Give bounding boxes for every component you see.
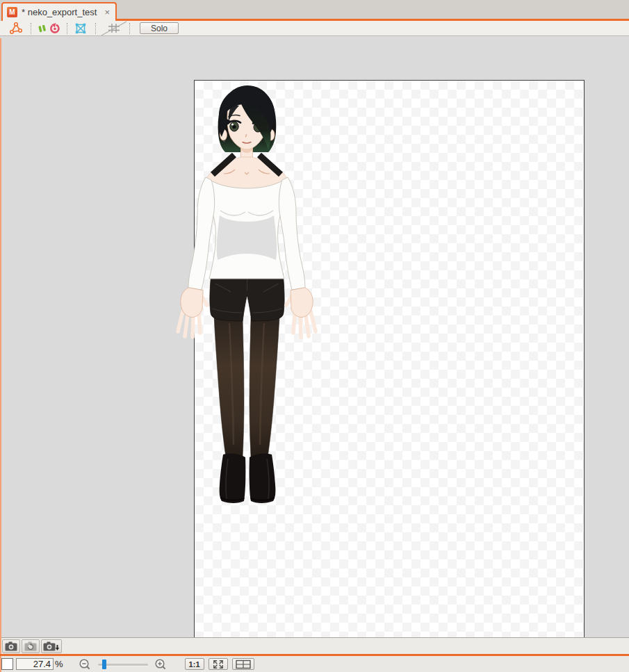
- cubism-editor-window: M * neko_export_test ×: [0, 0, 629, 672]
- export-image-button[interactable]: [41, 639, 62, 653]
- boot-left: [220, 454, 246, 503]
- percent-label: %: [55, 659, 63, 669]
- zoom-slider-handle[interactable]: [102, 659, 106, 669]
- grid-toggle-button[interactable]: [99, 22, 129, 35]
- zoom-in-button[interactable]: [154, 658, 167, 671]
- eye-left-highlight: [231, 123, 234, 125]
- panel-bottom-accent: [0, 654, 629, 656]
- earring: [223, 140, 225, 142]
- actual-size-button[interactable]: 1:1: [185, 658, 204, 670]
- camera-icon: [4, 641, 18, 652]
- zoom-percent-input[interactable]: [16, 658, 54, 670]
- tab-close-icon[interactable]: ×: [103, 7, 111, 17]
- canvas-viewport[interactable]: [0, 36, 629, 637]
- main-toolbar: Solo: [0, 21, 629, 36]
- model-file-icon: M: [7, 7, 17, 17]
- canvas-background-swatch[interactable]: [1, 658, 13, 670]
- zoom-out-button[interactable]: [79, 658, 91, 671]
- leg-right: [250, 317, 279, 457]
- tab-title: * neko_export_test: [22, 7, 99, 17]
- toolbar-separator: [31, 23, 31, 34]
- panel-left-accent: [0, 38, 1, 672]
- boot-right: [250, 454, 276, 503]
- bounding-box-button[interactable]: [72, 22, 89, 35]
- camera-export-icon: [43, 641, 60, 652]
- toggle-snapshot-display-button[interactable]: [22, 639, 40, 653]
- fit-view-icon: [212, 659, 224, 670]
- zoom-in-icon: [154, 658, 167, 671]
- tab-bar: M * neko_export_test ×: [0, 0, 629, 21]
- rotation-arrow-icon: [49, 22, 61, 35]
- leg-left: [214, 317, 244, 457]
- create-warp-deformer-button[interactable]: [36, 22, 49, 35]
- status-bar: % 1:1: [0, 656, 629, 672]
- waist-shading: [217, 215, 277, 260]
- hand-left: [178, 288, 207, 337]
- tab-neko-export-test[interactable]: M * neko_export_test ×: [1, 2, 117, 21]
- zoom-slider[interactable]: [98, 659, 148, 669]
- hand-right: [286, 288, 316, 337]
- snapshot-toolbar: [0, 637, 629, 654]
- eye-left-pupil: [232, 125, 236, 129]
- mesh-triangle-icon: [9, 22, 23, 35]
- camera-onion-skin-icon: [24, 641, 38, 652]
- character-model[interactable]: [174, 83, 334, 511]
- grid-slashed-icon: [100, 21, 128, 36]
- bounding-box-icon: [74, 22, 88, 35]
- canvas-frame-button[interactable]: [232, 658, 254, 670]
- fit-view-button[interactable]: [209, 658, 228, 670]
- warp-deformer-icon: [36, 22, 49, 35]
- zoom-out-icon: [79, 658, 91, 671]
- take-snapshot-button[interactable]: [2, 639, 20, 653]
- create-rotation-deformer-button[interactable]: [49, 22, 61, 35]
- mesh-edit-button[interactable]: [8, 22, 24, 35]
- toolbar-separator: [95, 23, 96, 34]
- toolbar-separator: [129, 23, 130, 34]
- canvas-frame-icon: [235, 659, 252, 670]
- toolbar-separator: [67, 23, 67, 34]
- solo-button[interactable]: Solo: [140, 22, 179, 34]
